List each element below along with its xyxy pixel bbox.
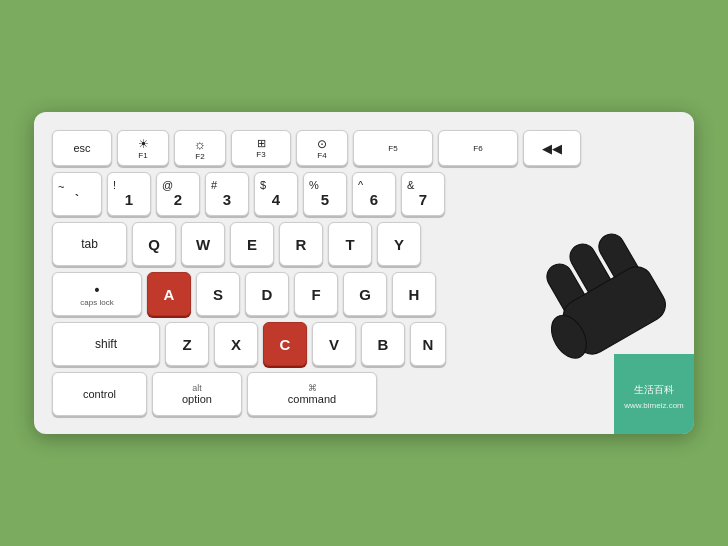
key-7[interactable]: & 7 xyxy=(401,172,445,216)
key-control-label: control xyxy=(83,388,116,400)
key-q[interactable]: Q xyxy=(132,222,176,266)
key-command-top-label: ⌘ xyxy=(308,383,317,393)
qwerty-row: tab Q W E R T Y xyxy=(52,222,676,266)
key-6-main: 6 xyxy=(370,191,378,208)
key-s[interactable]: S xyxy=(196,272,240,316)
key-3[interactable]: # 3 xyxy=(205,172,249,216)
key-g[interactable]: G xyxy=(343,272,387,316)
key-z[interactable]: Z xyxy=(165,322,209,366)
key-2[interactable]: @ 2 xyxy=(156,172,200,216)
key-f2[interactable]: ☼ F2 xyxy=(174,130,226,166)
key-a-label: A xyxy=(164,286,175,303)
mission-control-icon: ⊞ xyxy=(257,137,266,150)
key-f4-label: F4 xyxy=(317,151,326,160)
key-s-label: S xyxy=(213,286,223,303)
key-f6[interactable]: F6 xyxy=(438,130,518,166)
key-r[interactable]: R xyxy=(279,222,323,266)
key-f[interactable]: F xyxy=(294,272,338,316)
key-4-main: 4 xyxy=(272,191,280,208)
key-t-label: T xyxy=(345,236,354,253)
key-capslock-label: caps lock xyxy=(80,298,113,307)
brightness-high-icon: ☼ xyxy=(194,136,207,152)
key-capslock[interactable]: • caps lock xyxy=(52,272,142,316)
key-1[interactable]: ! 1 xyxy=(107,172,151,216)
key-command[interactable]: ⌘ command xyxy=(247,372,377,416)
key-f6-label: F6 xyxy=(473,144,482,153)
key-shift[interactable]: shift xyxy=(52,322,160,366)
key-e-label: E xyxy=(247,236,257,253)
key-b-label: B xyxy=(378,336,389,353)
home-row: • caps lock A S D F G H xyxy=(52,272,676,316)
key-1-main: 1 xyxy=(125,191,133,208)
backspace-icon: ◀◀ xyxy=(542,141,562,156)
key-x-label: X xyxy=(231,336,241,353)
watermark-chinese: 生活百科 xyxy=(630,379,678,401)
key-f3[interactable]: ⊞ F3 xyxy=(231,130,291,166)
key-w-label: W xyxy=(196,236,210,253)
key-c[interactable]: C xyxy=(263,322,307,366)
key-7-top: & xyxy=(407,180,414,191)
brightness-low-icon: ☀ xyxy=(138,137,149,151)
key-7-main: 7 xyxy=(419,191,427,208)
key-x[interactable]: X xyxy=(214,322,258,366)
spotlight-icon: ⊙ xyxy=(317,137,327,151)
fn-row: esc ☀ F1 ☼ F2 ⊞ F3 ⊙ F4 F5 F6 xyxy=(52,130,676,166)
key-tab[interactable]: tab xyxy=(52,222,127,266)
key-f2-label: F2 xyxy=(195,152,204,161)
key-r-label: R xyxy=(296,236,307,253)
key-t[interactable]: T xyxy=(328,222,372,266)
key-4[interactable]: $ 4 xyxy=(254,172,298,216)
key-h[interactable]: H xyxy=(392,272,436,316)
key-f-label: F xyxy=(311,286,320,303)
key-f3-label: F3 xyxy=(256,150,265,159)
shift-row: shift Z X C V B N xyxy=(52,322,676,366)
key-tilde-top: ~ xyxy=(58,182,64,193)
watermark-url: www.bimeiz.com xyxy=(624,401,684,410)
key-z-label: Z xyxy=(182,336,191,353)
key-v-label: V xyxy=(329,336,339,353)
key-5[interactable]: % 5 xyxy=(303,172,347,216)
keyboard-layout: esc ☀ F1 ☼ F2 ⊞ F3 ⊙ F4 F5 F6 xyxy=(52,130,676,416)
key-command-label: command xyxy=(288,393,336,405)
key-tab-label: tab xyxy=(81,237,98,251)
key-e[interactable]: E xyxy=(230,222,274,266)
key-tilde-main: ` xyxy=(75,193,79,207)
key-5-main: 5 xyxy=(321,191,329,208)
key-q-label: Q xyxy=(148,236,160,253)
key-esc-label: esc xyxy=(73,142,90,154)
key-b[interactable]: B xyxy=(361,322,405,366)
key-y[interactable]: Y xyxy=(377,222,421,266)
key-v[interactable]: V xyxy=(312,322,356,366)
key-f4[interactable]: ⊙ F4 xyxy=(296,130,348,166)
key-2-top: @ xyxy=(162,180,173,191)
key-6[interactable]: ^ 6 xyxy=(352,172,396,216)
key-f5-label: F5 xyxy=(388,144,397,153)
bottom-row: control alt option ⌘ command xyxy=(52,372,676,416)
key-n-label: N xyxy=(423,336,434,353)
key-g-label: G xyxy=(359,286,371,303)
key-4-top: $ xyxy=(260,180,266,191)
key-option[interactable]: alt option xyxy=(152,372,242,416)
key-backspace[interactable]: ◀◀ xyxy=(523,130,581,166)
key-f5[interactable]: F5 xyxy=(353,130,433,166)
key-3-main: 3 xyxy=(223,191,231,208)
watermark-corner: 生活百科 www.bimeiz.com xyxy=(614,354,694,434)
key-f1-label: F1 xyxy=(138,151,147,160)
key-c-label: C xyxy=(280,336,291,353)
key-shift-label: shift xyxy=(95,337,117,351)
key-3-top: # xyxy=(211,180,217,191)
key-esc[interactable]: esc xyxy=(52,130,112,166)
key-d[interactable]: D xyxy=(245,272,289,316)
key-y-label: Y xyxy=(394,236,404,253)
key-a[interactable]: A xyxy=(147,272,191,316)
key-f1[interactable]: ☀ F1 xyxy=(117,130,169,166)
key-1-top: ! xyxy=(113,180,116,191)
bullet-icon: • xyxy=(95,282,100,298)
key-n[interactable]: N xyxy=(410,322,446,366)
key-h-label: H xyxy=(409,286,420,303)
key-backtick[interactable]: ~ ` xyxy=(52,172,102,216)
key-w[interactable]: W xyxy=(181,222,225,266)
key-control[interactable]: control xyxy=(52,372,147,416)
key-6-top: ^ xyxy=(358,180,363,191)
key-option-label: option xyxy=(182,393,212,405)
